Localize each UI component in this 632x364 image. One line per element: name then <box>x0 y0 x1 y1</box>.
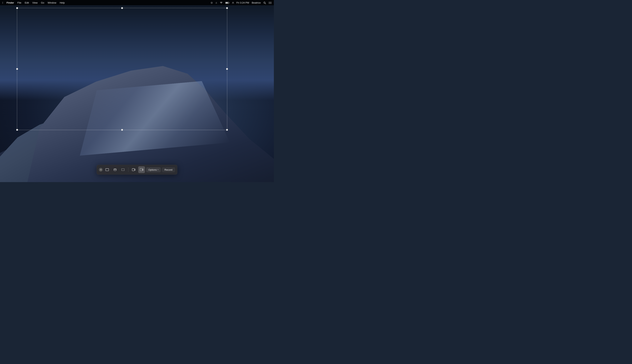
menubar:  Finder File Edit View Go Window Help ⊙… <box>0 0 274 5</box>
app-name-menu[interactable]: Finder <box>7 1 14 4</box>
edit-menu[interactable]: Edit <box>25 1 29 4</box>
capture-window-icon <box>113 168 117 172</box>
music-icon[interactable]: ♫ <box>215 1 217 4</box>
view-menu[interactable]: View <box>32 1 38 4</box>
capture-fullscreen-icon <box>106 168 109 172</box>
options-button[interactable]: Options ▾ <box>146 167 161 172</box>
apple-menu[interactable]:  <box>2 2 3 4</box>
text-size-icon[interactable]: A <box>232 1 234 4</box>
record-label: Record <box>164 168 172 171</box>
go-menu[interactable]: Go <box>41 1 44 4</box>
window-menu[interactable]: Window <box>48 1 56 4</box>
record-screen-button[interactable] <box>130 166 137 173</box>
battery-icon[interactable] <box>225 1 229 4</box>
desktop <box>0 0 274 182</box>
svg-rect-7 <box>106 168 109 171</box>
help-menu[interactable]: Help <box>60 1 65 4</box>
menubar-right: ⊙ ♫ A Fri 3:24 PM Beatrice <box>211 1 272 4</box>
username[interactable]: Beatrice <box>252 1 261 4</box>
svg-rect-1 <box>226 2 228 4</box>
svg-rect-11 <box>132 168 135 171</box>
wifi-icon[interactable] <box>220 1 223 4</box>
record-button[interactable]: Record <box>162 167 175 172</box>
record-selection-icon <box>140 168 143 172</box>
spotlight-icon[interactable] <box>263 1 266 4</box>
capture-selection-button[interactable] <box>120 166 126 173</box>
record-screen-icon <box>132 168 135 172</box>
screenshot-toolbar: ✕ Options ▾ <box>97 165 177 174</box>
control-center-icon[interactable] <box>269 1 272 4</box>
capture-window-button[interactable] <box>112 166 119 173</box>
svg-rect-12 <box>140 168 142 171</box>
record-selection-button[interactable] <box>138 166 145 173</box>
clock[interactable]: Fri 3:24 PM <box>236 1 249 4</box>
options-label: Options <box>148 168 157 171</box>
svg-rect-10 <box>122 169 124 171</box>
svg-rect-8 <box>114 169 116 171</box>
capture-fullscreen-button[interactable] <box>104 166 111 173</box>
close-button[interactable]: ✕ <box>99 168 103 172</box>
file-menu[interactable]: File <box>17 1 21 4</box>
svg-line-3 <box>265 3 266 4</box>
menubar-left:  Finder File Edit View Go Window Help <box>2 1 65 4</box>
screen-record-icon[interactable]: ⊙ <box>211 1 213 4</box>
options-chevron: ▾ <box>157 169 158 171</box>
capture-selection-icon <box>121 168 125 172</box>
